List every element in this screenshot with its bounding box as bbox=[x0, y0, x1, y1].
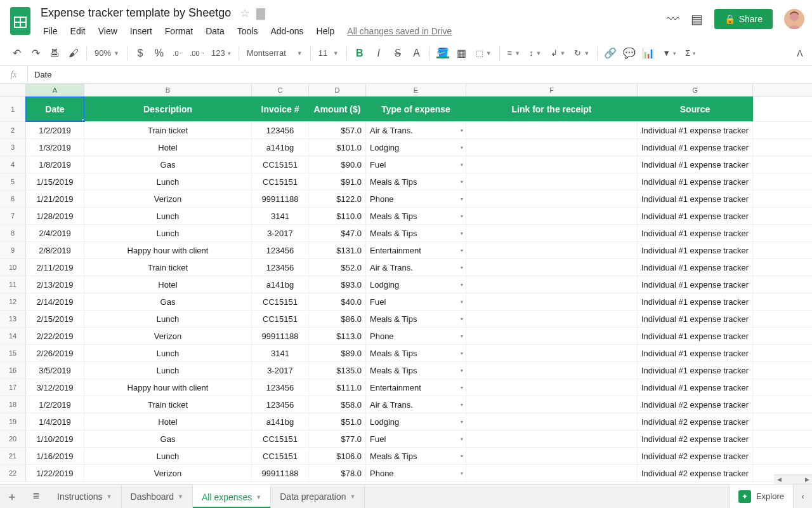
cell[interactable]: Meals & Tips▾ bbox=[366, 311, 466, 327]
row-header[interactable]: 12 bbox=[0, 293, 26, 310]
cell[interactable]: Individual #1 expense tracker bbox=[638, 242, 753, 258]
dropdown-arrow-icon[interactable]: ▾ bbox=[461, 242, 463, 258]
column-header-C[interactable]: C bbox=[252, 84, 309, 96]
cell[interactable] bbox=[466, 122, 638, 138]
column-header-D[interactable]: D bbox=[309, 84, 366, 96]
folder-move-icon[interactable]: ▇ bbox=[256, 6, 265, 20]
borders-button[interactable]: ▦ bbox=[453, 44, 471, 62]
row-header[interactable]: 5 bbox=[0, 173, 26, 190]
cell[interactable]: Hotel bbox=[84, 276, 252, 293]
vertical-align-dropdown[interactable]: ↕▼ bbox=[525, 48, 545, 58]
header-cell[interactable]: Date bbox=[26, 97, 84, 121]
cell[interactable]: 1/2/2019 bbox=[26, 122, 84, 138]
cell[interactable] bbox=[466, 413, 638, 430]
cell[interactable]: Individual #1 expense tracker bbox=[638, 156, 753, 173]
cell[interactable]: 2/4/2019 bbox=[26, 225, 84, 241]
horizontal-align-dropdown[interactable]: ≡▼ bbox=[504, 48, 525, 58]
insert-link-button[interactable]: 🔗 bbox=[601, 44, 619, 62]
cell[interactable]: 1/2/2019 bbox=[26, 396, 84, 413]
cell[interactable]: Fuel▾ bbox=[366, 293, 466, 310]
cell[interactable]: Verizon bbox=[84, 465, 252, 481]
sheet-tab-menu-icon[interactable]: ▼ bbox=[350, 493, 356, 500]
dropdown-arrow-icon[interactable]: ▾ bbox=[461, 379, 463, 396]
dropdown-arrow-icon[interactable]: ▾ bbox=[461, 413, 463, 430]
side-panel-toggle[interactable]: ‹ bbox=[793, 485, 812, 508]
save-status[interactable]: All changes saved in Drive bbox=[347, 26, 452, 36]
paint-format-button[interactable]: 🖌 bbox=[65, 44, 82, 62]
row-header[interactable]: 6 bbox=[0, 190, 26, 207]
all-sheets-button[interactable]: ≡ bbox=[24, 485, 48, 508]
cell[interactable]: $77.0 bbox=[309, 431, 366, 447]
cell[interactable]: Individual #1 expense tracker bbox=[638, 225, 753, 241]
row-header[interactable]: 18 bbox=[0, 396, 26, 413]
cell[interactable]: Air & Trans.▾ bbox=[366, 396, 466, 413]
cell[interactable]: Air & Trans.▾ bbox=[366, 122, 466, 138]
cell[interactable]: a141bg bbox=[252, 139, 309, 156]
font-family-dropdown[interactable]: Montserrat▼ bbox=[243, 48, 306, 58]
cell[interactable]: $93.0 bbox=[309, 276, 366, 293]
cell[interactable]: CC15151 bbox=[252, 293, 309, 310]
format-percent-button[interactable]: % bbox=[150, 44, 168, 62]
cell[interactable]: 1/16/2019 bbox=[26, 448, 84, 464]
cell[interactable]: Meals & Tips▾ bbox=[366, 208, 466, 224]
cell[interactable]: $131.0 bbox=[309, 242, 366, 258]
sheet-tab-menu-icon[interactable]: ▼ bbox=[256, 494, 261, 500]
cell[interactable]: Individual #1 expense tracker bbox=[638, 139, 753, 156]
dropdown-arrow-icon[interactable]: ▾ bbox=[461, 225, 463, 241]
dropdown-arrow-icon[interactable]: ▾ bbox=[461, 139, 463, 156]
cell[interactable]: $106.0 bbox=[309, 448, 366, 464]
redo-button[interactable]: ↷ bbox=[27, 44, 44, 62]
cell[interactable]: $51.0 bbox=[309, 413, 366, 430]
row-header[interactable]: 21 bbox=[0, 448, 26, 464]
cell[interactable]: $58.0 bbox=[309, 396, 366, 413]
cell[interactable]: Happy hour with client bbox=[84, 379, 252, 396]
row-header[interactable]: 22 bbox=[0, 465, 26, 481]
cell[interactable]: 123456 bbox=[252, 259, 309, 276]
dropdown-arrow-icon[interactable]: ▾ bbox=[461, 156, 463, 173]
cell[interactable]: Verizon bbox=[84, 190, 252, 207]
sheets-logo-icon[interactable] bbox=[8, 5, 33, 37]
cell[interactable]: Verizon bbox=[84, 328, 252, 344]
sheet-tab-menu-icon[interactable]: ▼ bbox=[107, 493, 112, 500]
cell[interactable]: 1/22/2019 bbox=[26, 465, 84, 481]
cell[interactable]: Gas bbox=[84, 431, 252, 447]
dropdown-arrow-icon[interactable]: ▾ bbox=[461, 465, 463, 481]
more-formats-dropdown[interactable]: 123▾ bbox=[207, 48, 235, 58]
zoom-dropdown[interactable]: 90%▼ bbox=[91, 48, 123, 58]
row-header[interactable]: 4 bbox=[0, 156, 26, 173]
cell[interactable]: Air & Trans.▾ bbox=[366, 259, 466, 276]
cell[interactable]: Meals & Tips▾ bbox=[366, 448, 466, 464]
row-header[interactable]: 14 bbox=[0, 328, 26, 344]
cell[interactable]: $86.0 bbox=[309, 311, 366, 327]
text-wrap-dropdown[interactable]: ↲▼ bbox=[547, 48, 570, 58]
row-header[interactable]: 8 bbox=[0, 225, 26, 241]
increase-decimal-button[interactable]: .00→ bbox=[188, 44, 206, 62]
dropdown-arrow-icon[interactable]: ▾ bbox=[461, 362, 463, 378]
cell[interactable]: $101.0 bbox=[309, 139, 366, 156]
insert-comment-button[interactable]: 💬 bbox=[620, 44, 638, 62]
cell[interactable]: 1/21/2019 bbox=[26, 190, 84, 207]
cell[interactable]: $57.0 bbox=[309, 122, 366, 138]
cell[interactable]: 3-2017 bbox=[252, 362, 309, 378]
cell[interactable]: Entertainment▾ bbox=[366, 242, 466, 258]
cell[interactable]: Train ticket bbox=[84, 122, 252, 138]
row-header[interactable]: 19 bbox=[0, 413, 26, 430]
cell[interactable]: Fuel▾ bbox=[366, 431, 466, 447]
row-header[interactable]: 2 bbox=[0, 122, 26, 138]
dropdown-arrow-icon[interactable]: ▾ bbox=[461, 328, 463, 344]
cell[interactable]: Lunch bbox=[84, 362, 252, 378]
cell[interactable] bbox=[466, 156, 638, 173]
text-rotation-dropdown[interactable]: ↻▼ bbox=[570, 48, 593, 58]
cell[interactable]: Lunch bbox=[84, 173, 252, 190]
cell[interactable]: 1/28/2019 bbox=[26, 208, 84, 224]
cell[interactable]: Individual #2 expense tracker bbox=[638, 431, 753, 447]
menu-file[interactable]: File bbox=[38, 23, 63, 39]
cell[interactable]: Happy hour with client bbox=[84, 242, 252, 258]
cell[interactable]: Individual #1 expense tracker bbox=[638, 379, 753, 396]
menu-view[interactable]: View bbox=[93, 23, 122, 39]
select-all-corner[interactable] bbox=[0, 84, 26, 96]
cell[interactable]: Individual #1 expense tracker bbox=[638, 208, 753, 224]
cell[interactable]: Individual #2 expense tracker bbox=[638, 448, 753, 464]
cell[interactable]: 2/15/2019 bbox=[26, 311, 84, 327]
cell[interactable] bbox=[466, 276, 638, 293]
